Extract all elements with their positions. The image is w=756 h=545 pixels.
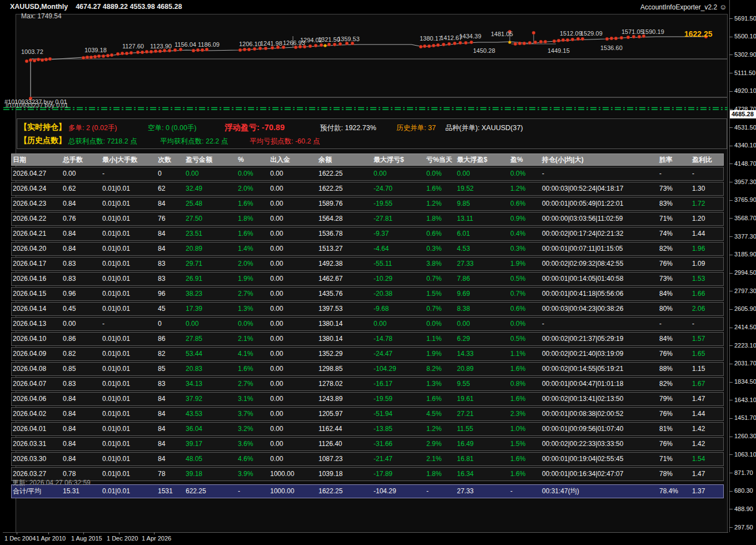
table-row: 2026.04.160.830.01|0.018326.911.9%0.0014… — [11, 272, 724, 286]
table-cell: 4.6% — [237, 453, 269, 465]
table-cell: 1162.44 — [317, 423, 372, 435]
trade-marker-dot — [632, 35, 635, 38]
table-cell: 0.96 — [62, 288, 101, 300]
balance-point-label: 1359.53 — [337, 36, 360, 42]
trade-marker-dot — [557, 39, 560, 42]
trade-marker-dot — [528, 41, 531, 44]
price-axis-label: 4920.10 — [734, 87, 756, 94]
table-cell: 1.0% — [509, 423, 541, 435]
table-cell: 62 — [157, 182, 185, 195]
balance-point-label: 1206.10 — [239, 41, 261, 47]
table-cell: 1622.25 — [317, 167, 372, 180]
table-header-cell: 最大浮盈$ — [456, 154, 509, 165]
table-cell: 2026.04.15 — [12, 288, 62, 300]
table-cell: 76% — [658, 348, 691, 360]
table-cell: 8.38 — [456, 303, 509, 315]
table-cell: 1278.02 — [317, 378, 372, 390]
table-cell: 45 — [157, 303, 185, 315]
table-cell: -9.37 — [372, 227, 425, 240]
table-cell: 34.13 — [185, 378, 237, 390]
table-cell: 1.42 — [691, 423, 723, 435]
table-cell: 1.2% — [425, 197, 456, 210]
trade-marker-dot — [247, 48, 251, 51]
table-cell: 0.3% — [509, 242, 541, 255]
trade-marker-dot — [44, 58, 48, 61]
balance-point-label: 1512.09 — [560, 30, 582, 37]
table-cell: 84 — [157, 438, 185, 450]
table-cell: 0.00 — [269, 318, 317, 330]
table-cell: 2.0% — [237, 182, 269, 195]
trade-marker-dot — [464, 41, 467, 44]
table-row: 2026.03.270.780.01|0.017839.183.9%1000.0… — [11, 467, 724, 481]
table-cell: 43.53 — [185, 408, 237, 420]
table-cell: 0.7% — [425, 303, 456, 315]
trade-marker-dot — [29, 58, 32, 62]
avg-profit-points-value: 平均获利点数: 22.2 点 — [160, 137, 228, 146]
table-cell: 9.85 — [456, 197, 509, 210]
trade-marker-dot — [41, 58, 44, 62]
table-row: 2026.04.170.830.01|0.018329.712.0%0.0014… — [11, 257, 724, 271]
table-cell: 0.00 — [62, 318, 101, 330]
trade-marker-dot — [102, 54, 105, 58]
balance-point-label: 1590.19 — [642, 28, 664, 35]
table-cell: 8.2% — [425, 363, 456, 375]
table-cell: 0.83 — [62, 378, 101, 390]
table-cell: 0.00 — [269, 453, 317, 465]
price-axis-tick — [729, 255, 733, 255]
table-cell: 1.6% — [425, 393, 456, 405]
table-cell: 1.54 — [691, 453, 723, 465]
trade-marker-dot — [33, 59, 36, 62]
trade-marker-dot — [638, 35, 641, 38]
table-cell: 1.42 — [691, 438, 723, 450]
table-cell: 2.1% — [425, 453, 456, 465]
balance-point-label: 1434.39 — [459, 33, 481, 39]
trade-marker-dot — [25, 60, 28, 63]
table-cell: 0.01|0.01 — [101, 272, 157, 285]
trade-marker-dot — [514, 42, 517, 46]
trade-marker-dot — [432, 44, 435, 47]
trade-marker-dot — [253, 47, 256, 51]
time-axis-label: 1 Apr 2010 — [36, 535, 66, 542]
balance-point-label: 1186.09 — [198, 41, 220, 48]
table-cell: 76% — [658, 257, 691, 270]
table-cell: 0.00 — [269, 182, 317, 195]
table-header-cell: 持仓(小|均|大) — [541, 154, 658, 165]
table-header-cell: 总手数 — [62, 154, 101, 165]
table-cell: - — [658, 167, 691, 180]
table-cell: 0.00 — [269, 423, 317, 435]
table-cell: 2026.04.27 — [12, 167, 62, 180]
table-cell: 2026.04.24 — [12, 182, 62, 195]
price-axis-tick — [729, 527, 733, 528]
table-cell: 3.1% — [237, 393, 269, 405]
price-axis-label: 3377.30 — [734, 233, 756, 240]
trade-marker-dot — [97, 54, 101, 58]
table-cell: 0.76 — [62, 212, 101, 225]
table-summary-row: 合计/平均15.310.01|0.011531622.25-1000.00162… — [11, 484, 724, 498]
price-axis-tick — [729, 328, 733, 328]
table-cell: 2026.04.16 — [12, 272, 62, 285]
table-cell: 1531 — [157, 485, 185, 498]
table-cell: 53.44 — [185, 348, 237, 360]
table-cell: 0.00 — [269, 438, 317, 450]
trade-marker-dot — [264, 47, 267, 50]
table-cell: -10.29 — [372, 272, 425, 285]
trade-marker-dot — [314, 44, 317, 47]
table-row: 2026.04.270.00-00.000.0%0.001622.250.000… — [11, 167, 724, 181]
table-cell: -19.59 — [372, 393, 425, 405]
table-cell: - — [425, 485, 456, 498]
table-cell: 1.30 — [691, 182, 723, 195]
table-cell: 0.7% — [425, 272, 456, 285]
table-cell: 0.00 — [269, 363, 317, 375]
table-cell: 83 — [157, 257, 185, 270]
table-cell: 16.34 — [456, 468, 509, 480]
price-axis-label: 488.90 — [734, 506, 753, 512]
table-cell: 76 — [157, 212, 185, 225]
table-cell: 9.55 — [456, 378, 509, 390]
table-cell: 0.01|0.01 — [101, 378, 157, 390]
table-cell: -21.47 — [372, 453, 425, 465]
table-cell: 00:00:02|00:17:24|02:21:32 — [541, 227, 658, 240]
trade-marker-dot — [238, 48, 242, 52]
trade-marker-dot — [534, 41, 537, 44]
price-axis-tick — [729, 400, 733, 400]
table-cell: 1.6% — [237, 363, 269, 375]
